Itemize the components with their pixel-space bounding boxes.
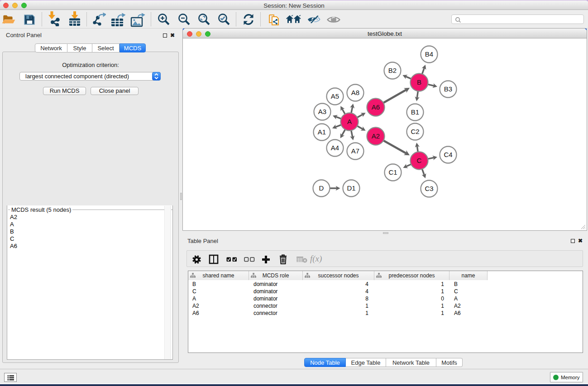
svg-text:D: D: [319, 184, 324, 192]
svg-text:B: B: [417, 78, 421, 86]
svg-text:B2: B2: [388, 67, 397, 74]
svg-text:A6: A6: [372, 103, 380, 111]
svg-text:B1: B1: [411, 108, 419, 116]
svg-text:C: C: [417, 157, 422, 164]
svg-text:A: A: [347, 118, 352, 125]
svg-text:A8: A8: [351, 89, 359, 96]
svg-text:B3: B3: [444, 85, 452, 93]
svg-text:A4: A4: [331, 144, 339, 152]
svg-text:A5: A5: [331, 92, 339, 100]
svg-text:D1: D1: [347, 184, 355, 192]
svg-text:A1: A1: [318, 128, 326, 136]
svg-text:B4: B4: [425, 50, 433, 58]
svg-text:A7: A7: [351, 147, 359, 155]
svg-text:A2: A2: [372, 132, 380, 140]
svg-text:C3: C3: [425, 185, 433, 192]
svg-text:A3: A3: [318, 108, 326, 115]
svg-text:C2: C2: [411, 128, 419, 135]
svg-text:C4: C4: [444, 151, 452, 158]
svg-text:C1: C1: [388, 168, 397, 176]
